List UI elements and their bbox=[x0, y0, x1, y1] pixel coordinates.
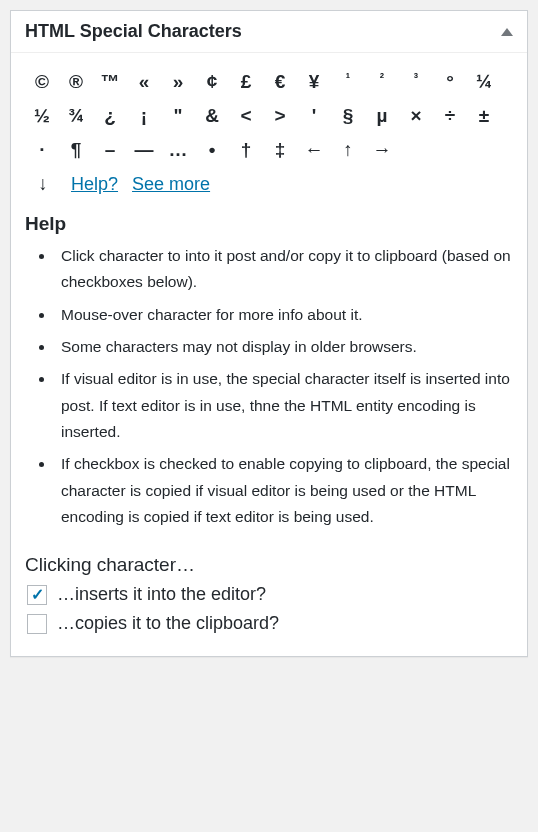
char-cent[interactable]: ¢ bbox=[195, 67, 229, 97]
char-gt[interactable]: > bbox=[263, 101, 297, 131]
char-hellip[interactable]: … bbox=[161, 135, 195, 165]
char-registered[interactable]: ® bbox=[59, 67, 93, 97]
copy-checkbox[interactable] bbox=[27, 614, 47, 634]
char-pilcrow[interactable]: ¶ bbox=[59, 135, 93, 165]
char-frac34[interactable]: ¾ bbox=[59, 101, 93, 131]
char-iquest[interactable]: ¿ bbox=[93, 101, 127, 131]
help-list: Click character to into it post and/or c… bbox=[25, 243, 513, 530]
clicking-character-heading: Clicking character… bbox=[25, 554, 513, 576]
char-sect[interactable]: § bbox=[331, 101, 365, 131]
char-middot[interactable]: · bbox=[25, 135, 59, 165]
char-divide[interactable]: ÷ bbox=[433, 101, 467, 131]
char-iexcl[interactable]: ¡ bbox=[127, 101, 161, 131]
char-micro[interactable]: µ bbox=[365, 101, 399, 131]
char-amp[interactable]: & bbox=[195, 101, 229, 131]
collapse-toggle-icon[interactable] bbox=[501, 28, 513, 36]
copy-option-row: …copies it to the clipboard? bbox=[27, 613, 513, 634]
char-ddagger[interactable]: ‡ bbox=[263, 135, 297, 165]
help-heading: Help bbox=[25, 213, 513, 235]
char-quote[interactable]: " bbox=[161, 101, 195, 131]
char-degree[interactable]: ° bbox=[433, 67, 467, 97]
metabox-body: © ® ™ « » ¢ £ € ¥ ¹ ² ³ ° ¼ ½ ¾ ¿ ¡ " & … bbox=[11, 53, 527, 656]
link-row: ↓ Help? See more bbox=[25, 173, 513, 195]
html-special-characters-metabox: HTML Special Characters © ® ™ « » ¢ £ € … bbox=[10, 10, 528, 657]
insert-checkbox[interactable] bbox=[27, 585, 47, 605]
char-pound[interactable]: £ bbox=[229, 67, 263, 97]
insert-checkbox-label[interactable]: …inserts it into the editor? bbox=[57, 584, 266, 605]
char-euro[interactable]: € bbox=[263, 67, 297, 97]
char-larr[interactable]: ← bbox=[297, 135, 331, 165]
help-item: If visual editor is in use, the special … bbox=[55, 366, 513, 445]
help-item: If checkbox is checked to enable copying… bbox=[55, 451, 513, 530]
character-grid: © ® ™ « » ¢ £ € ¥ ¹ ² ³ ° ¼ ½ ¾ ¿ ¡ " & … bbox=[25, 67, 513, 165]
see-more-link[interactable]: See more bbox=[132, 174, 210, 195]
char-rarr[interactable]: → bbox=[365, 135, 399, 165]
help-item: Click character to into it post and/or c… bbox=[55, 243, 513, 296]
copy-checkbox-label[interactable]: …copies it to the clipboard? bbox=[57, 613, 279, 634]
char-bull[interactable]: • bbox=[195, 135, 229, 165]
char-copyright[interactable]: © bbox=[25, 67, 59, 97]
help-item: Some characters may not display in older… bbox=[55, 334, 513, 360]
char-mdash[interactable]: — bbox=[127, 135, 161, 165]
char-raquo[interactable]: » bbox=[161, 67, 195, 97]
insert-option-row: …inserts it into the editor? bbox=[27, 584, 513, 605]
char-plusmn[interactable]: ± bbox=[467, 101, 501, 131]
char-lt[interactable]: < bbox=[229, 101, 263, 131]
help-link[interactable]: Help? bbox=[71, 174, 118, 195]
char-frac12[interactable]: ½ bbox=[25, 101, 59, 131]
help-item: Mouse-over character for more info about… bbox=[55, 302, 513, 328]
char-trademark[interactable]: ™ bbox=[93, 67, 127, 97]
char-dagger[interactable]: † bbox=[229, 135, 263, 165]
char-sup3[interactable]: ³ bbox=[399, 67, 433, 97]
char-sup2[interactable]: ² bbox=[365, 67, 399, 97]
char-laquo[interactable]: « bbox=[127, 67, 161, 97]
char-uarr[interactable]: ↑ bbox=[331, 135, 365, 165]
char-frac14[interactable]: ¼ bbox=[467, 67, 501, 97]
char-times[interactable]: × bbox=[399, 101, 433, 131]
char-ndash[interactable]: – bbox=[93, 135, 127, 165]
char-apos[interactable]: ' bbox=[297, 101, 331, 131]
char-sup1[interactable]: ¹ bbox=[331, 67, 365, 97]
metabox-title: HTML Special Characters bbox=[25, 21, 242, 42]
char-yen[interactable]: ¥ bbox=[297, 67, 331, 97]
char-darr[interactable]: ↓ bbox=[29, 173, 57, 195]
metabox-header[interactable]: HTML Special Characters bbox=[11, 11, 527, 53]
